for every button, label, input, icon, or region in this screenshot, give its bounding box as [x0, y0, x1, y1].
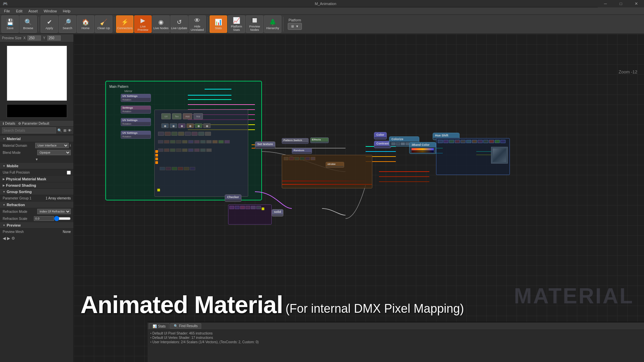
- details-icon: ℹ: [3, 122, 4, 125]
- stats-button[interactable]: 📊 Stats: [210, 15, 227, 33]
- band-color-title: 3Band Color: [410, 142, 436, 147]
- preview-control-settings[interactable]: ⚙: [11, 236, 15, 241]
- node-3band-color[interactable]: 3Band Color: [409, 142, 436, 154]
- livenodes-button[interactable]: ◉ Live Nodes: [152, 15, 170, 33]
- previewnodes-button[interactable]: 🔲 Preview Nodes: [246, 15, 263, 33]
- preview-x-input[interactable]: [28, 36, 41, 41]
- section-physical-material[interactable]: ▶ Physical Material Mask: [0, 176, 73, 182]
- menu-file[interactable]: File: [1, 8, 13, 14]
- refraction-arrow: ▼: [3, 203, 5, 206]
- node-uv-settings-3[interactable]: UV Settings Rotation: [121, 131, 151, 139]
- node-color[interactable]: Color: [374, 132, 387, 139]
- home-button[interactable]: 🏠 Home: [77, 15, 94, 33]
- preview-y-input[interactable]: [47, 36, 61, 41]
- node-effects[interactable]: Effects: [310, 137, 329, 143]
- search-details-input[interactable]: [2, 129, 56, 132]
- material-watermark: MATERIAL: [514, 284, 634, 308]
- section-refraction[interactable]: ▼ Refraction: [0, 202, 73, 208]
- cluster-mini-node[interactable]: UV: [161, 113, 171, 119]
- effects-cluster[interactable]: strobe: [282, 155, 372, 188]
- menu-asset[interactable]: Asset: [26, 8, 41, 14]
- minimize-button[interactable]: ─: [598, 0, 613, 7]
- full-precision-checkbox[interactable]: [67, 171, 71, 175]
- maximize-button[interactable]: □: [613, 0, 629, 7]
- platform-button[interactable]: 🖥 ▼: [288, 23, 302, 30]
- menu-window[interactable]: Window: [41, 8, 59, 14]
- right-cluster[interactable]: [436, 138, 510, 175]
- node-solid[interactable]: solid: [272, 209, 283, 217]
- cleanup-icon: 🧹: [100, 18, 107, 26]
- cluster-mini-node[interactable]: ⬤: [161, 123, 169, 128]
- platformstats-button[interactable]: 📈 Platform Stats: [228, 15, 245, 33]
- platform-label: Platform: [288, 18, 301, 22]
- hideunrelated-button[interactable]: 👁 Hide Unrelated: [189, 15, 206, 33]
- node-settings-rotation[interactable]: Settings Rotation: [121, 106, 151, 114]
- prop-full-precision: Use Full Precision: [0, 169, 73, 176]
- cluster-mini-node[interactable]: Tex: [172, 113, 181, 119]
- contrast-title: Contrast: [374, 141, 391, 146]
- node-contrast[interactable]: Contrast: [374, 141, 391, 148]
- node-checker[interactable]: Checker: [225, 194, 241, 202]
- details-view-toggle[interactable]: ⊞: [63, 128, 66, 133]
- checker-dot: [251, 206, 256, 209]
- refraction-scale-slider[interactable]: [54, 216, 71, 221]
- checker-dot: [229, 206, 234, 209]
- canvas-area[interactable]: Zoom -12: [74, 34, 644, 362]
- section-preview[interactable]: ▼ Preview: [0, 222, 73, 229]
- section-forward-shading[interactable]: ▶ Forward Shading: [0, 182, 73, 189]
- blend-mode-select[interactable]: Opaque Masked Translucent: [37, 150, 71, 155]
- cluster-mini-node[interactable]: ⬤: [178, 123, 185, 128]
- browse-button[interactable]: 🔍 Browse: [19, 15, 37, 33]
- tab-param-default[interactable]: ⚙ Parameter Default: [18, 122, 49, 125]
- tab-details[interactable]: ℹ Details: [3, 122, 15, 125]
- cluster-mini-node[interactable]: ⬤: [195, 123, 202, 128]
- node-strobe[interactable]: strobe: [326, 162, 344, 168]
- node-set-texture[interactable]: Set texture: [255, 141, 275, 149]
- mobile-arrow: ▼: [3, 165, 5, 168]
- colorize-dot: [401, 142, 405, 145]
- cluster-mini-node[interactable]: ⬤: [203, 123, 211, 128]
- liveupdate-button[interactable]: ↺ Live Update: [170, 15, 188, 33]
- pin-yellow: [155, 161, 158, 164]
- cluster-mini-node[interactable]: Mul: [194, 113, 203, 119]
- menu-help[interactable]: Help: [60, 8, 73, 14]
- expand-arrow[interactable]: ▼: [35, 158, 39, 161]
- section-mobile[interactable]: ▼ Mobile: [0, 163, 73, 169]
- preview-control-prev[interactable]: ◀: [3, 236, 6, 241]
- checker-cluster[interactable]: [228, 204, 272, 225]
- tab-details-label: Details: [5, 122, 15, 125]
- livepreview-button[interactable]: ▶ Live Preview: [134, 15, 152, 33]
- details-eye-icon[interactable]: 👁: [68, 128, 71, 132]
- node-cluster-center[interactable]: UV Tex Add Mul ⬤ ⬤ ⬤ ⬤ ⬤ ⬤: [154, 110, 248, 197]
- strobe-title: strobe: [326, 162, 344, 166]
- apply-button[interactable]: ✔ Apply: [41, 15, 58, 33]
- stats-tab-label: Stats: [158, 324, 166, 328]
- main-area: Preview Size X Y ℹ Details ⚙ Parameter D…: [0, 34, 644, 362]
- node-random[interactable]: Random: [292, 148, 312, 154]
- node-uv-settings-2[interactable]: UV Settings Rotation: [121, 118, 151, 126]
- node-mirror[interactable]: Mirror: [122, 88, 135, 94]
- save-button[interactable]: 💾 Save: [1, 15, 19, 33]
- cluster-mini-node[interactable]: ⬤: [170, 123, 177, 128]
- close-button[interactable]: ✕: [629, 0, 644, 7]
- material-domain-select[interactable]: User Interface Surface Volume: [35, 143, 69, 148]
- app-title: M_Animation: [10, 2, 641, 6]
- effect-dot: [300, 157, 305, 160]
- menu-edit[interactable]: Edit: [13, 8, 25, 14]
- cluster-mini-node[interactable]: ⬤: [186, 123, 194, 128]
- cleanup-button[interactable]: 🧹 Clean Up: [95, 15, 112, 33]
- connectors-button[interactable]: ⚡ Connectors: [116, 15, 133, 33]
- search-button[interactable]: 🔎 Search: [59, 15, 76, 33]
- refraction-mode-select[interactable]: Index Of Refraction Pixel Normal Offset: [37, 209, 71, 214]
- node-pattern-switch[interactable]: Pattern Switch: [282, 138, 309, 144]
- section-material[interactable]: ▼ Material: [0, 136, 73, 142]
- refraction-scale-input[interactable]: [34, 216, 54, 221]
- node-uv-settings-1[interactable]: UV Settings Rotation: [121, 94, 151, 102]
- tab-find-results[interactable]: 🔍 Find Results: [170, 323, 202, 329]
- hierarchy-button[interactable]: 🌲 Hierarchy: [264, 15, 281, 33]
- section-group-sorting[interactable]: ▼ Group Sorting: [0, 189, 73, 195]
- cluster-mini-node[interactable]: Add: [183, 113, 192, 119]
- forward-shading-arrow: ▶: [3, 184, 5, 187]
- tab-stats[interactable]: 📊 Stats: [149, 323, 169, 329]
- preview-control-play[interactable]: ▶: [7, 236, 10, 241]
